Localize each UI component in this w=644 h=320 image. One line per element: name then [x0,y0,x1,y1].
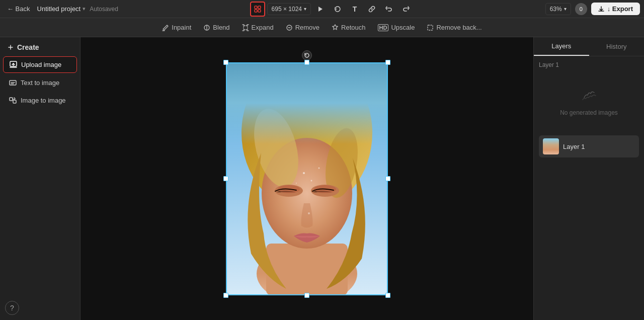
dimensions-selector[interactable]: 695 × 1024 ▾ [267,3,311,15]
handle-top-center[interactable] [304,60,309,65]
refresh-icon [334,6,341,13]
no-images-section: No generated images [539,71,639,131]
image-container[interactable] [226,62,388,295]
retouch-button[interactable]: Retouch [327,22,370,33]
export-icon [598,6,604,12]
text-tool-button[interactable]: T [347,2,362,17]
svg-marker-4 [318,7,323,12]
handle-bottom-center[interactable] [304,293,309,298]
remove-label: Remove [295,24,319,31]
handle-bottom-left[interactable] [223,293,228,298]
zoom-value: 63% [550,6,562,13]
remove-bg-icon [427,24,434,31]
sidebar-item-image-to-image[interactable]: Image to image [3,93,77,108]
left-sidebar: Create Upload image Text to image [0,37,80,320]
autosaved-status: Autosaved [90,6,118,13]
blend-icon [203,24,210,31]
project-name[interactable]: Untitled project ▾ [37,5,86,13]
redo-button[interactable] [398,2,414,17]
create-header: Create [0,37,80,55]
no-images-text: No generated images [560,109,618,116]
dimensions-value: 695 × 1024 [272,6,302,13]
user-avatar[interactable]: 0 [575,3,587,15]
selection-border [226,62,388,295]
right-panel: Layers History Layer 1 No generated imag… [533,37,644,320]
handle-top-right[interactable] [385,60,390,65]
right-panel-header: Layers History [534,37,644,56]
image-to-image-label: Image to image [21,97,66,104]
layer-thumbnail [543,138,559,154]
play-icon [317,6,324,13]
remove-icon [286,24,293,31]
svg-rect-12 [13,100,16,103]
remove-bg-label: Remove back... [436,24,481,31]
blend-label: Blend [213,24,229,31]
dimensions-chevron: ▾ [304,6,306,12]
zoom-chevron: ▾ [564,6,567,12]
upscale-icon: HD [378,24,389,31]
topbar-right: 63% ▾ 0 ↓ Export [545,3,640,15]
sidebar-item-text-to-image[interactable]: Text to image [3,75,77,91]
project-title: Untitled project [37,5,81,13]
blend-button[interactable]: Blend [198,22,234,33]
sidebar-bottom: ? [0,296,80,320]
select-tool-button[interactable] [250,2,265,17]
handle-top-left[interactable] [223,60,228,65]
create-icon [7,44,14,51]
topbar-left: ← Back Untitled project ▾ Autosaved [4,3,118,15]
svg-rect-0 [255,6,257,9]
canvas-area[interactable] [80,37,533,320]
expand-button[interactable]: Expand [237,22,279,33]
handle-middle-left[interactable] [223,176,228,181]
remove-button[interactable]: Remove [281,22,325,33]
undo-icon [385,6,392,13]
inpaint-button[interactable]: Inpaint [157,22,196,33]
svg-rect-11 [10,98,13,101]
upscale-button[interactable]: HD Upscale [373,22,420,33]
upload-image-label: Upload image [21,61,61,68]
link-tool-button[interactable] [364,2,379,17]
upload-icon [10,61,17,68]
sidebar-item-upload-image[interactable]: Upload image [3,56,77,73]
inpaint-icon [162,24,169,31]
project-chevron: ▾ [83,6,86,12]
undo-button[interactable] [381,2,396,17]
export-button[interactable]: ↓ Export [591,3,640,15]
rotate-handle[interactable] [302,50,312,60]
text-to-image-label: Text to image [21,79,59,87]
layer-label: Layer 1 [539,61,639,68]
expand-icon [242,24,249,31]
main-layout: Create Upload image Text to image [0,37,644,320]
select-icon [254,6,261,13]
topbar-center: 695 × 1024 ▾ T [122,2,541,17]
layer-item[interactable]: Layer 1 [539,135,639,157]
no-images-svg [582,87,597,102]
text-icon: T [353,5,357,13]
handle-middle-right[interactable] [385,176,390,181]
svg-rect-2 [255,10,257,12]
handle-bottom-right[interactable] [385,293,390,298]
export-label: ↓ Export [607,5,633,13]
svg-rect-1 [258,6,261,9]
help-button[interactable]: ? [5,301,19,315]
topbar: ← Back Untitled project ▾ Autosaved 695 … [0,0,644,18]
history-tab-label: History [606,43,626,50]
redo-icon [403,6,410,13]
play-button[interactable] [313,2,328,17]
layer-thumb-inner [543,138,559,154]
expand-label: Expand [252,24,274,31]
action-toolbar: Inpaint Blend Expand Remove Retouch HD U… [0,18,644,37]
create-label: Create [17,43,39,51]
refresh-button[interactable] [330,2,345,17]
zoom-selector[interactable]: 63% ▾ [545,3,571,15]
tab-history[interactable]: History [589,38,645,55]
back-button[interactable]: ← Back [4,3,33,15]
remove-bg-button[interactable]: Remove back... [422,22,487,33]
upscale-label: Upscale [391,24,415,31]
layers-section: Layer 1 No generated images Layer 1 [534,56,644,320]
retouch-icon [332,24,339,31]
no-images-icon [582,87,597,105]
svg-rect-8 [428,25,433,30]
link-icon [368,6,375,13]
tab-layers[interactable]: Layers [534,37,589,56]
